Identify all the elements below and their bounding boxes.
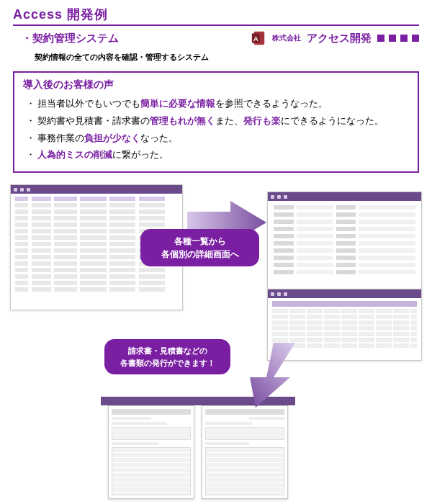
window-chrome	[268, 289, 421, 298]
document-preview-invoice	[108, 405, 194, 499]
brand-prefix: 株式会社	[272, 33, 301, 43]
document-preview-quote	[202, 405, 288, 499]
testimonial-list: 担当者以外でもいつでも簡単に必要な情報を参照できるようなった。 契約書や見積書・…	[23, 96, 409, 164]
access-icon: A	[251, 30, 266, 46]
testimonial-item: 契約書や見積書・請求書の管理もれが無くまた、発行も楽にできるようになった。	[26, 113, 409, 130]
system-name: ・契約管理システム	[22, 32, 119, 45]
page-title: Access 開発例	[13, 6, 108, 23]
testimonial-item: 人為的ミスの削減に繋がった。	[26, 147, 409, 164]
window-chrome	[11, 185, 182, 194]
testimonial-item: 担当者以外でもいつでも簡単に必要な情報を参照できるようなった。	[26, 96, 409, 113]
brand-block: A 株式会社 アクセス開発	[251, 30, 419, 46]
testimonial-heading: 導入後のお客様の声	[23, 78, 409, 91]
testimonial-item: 事務作業の負担が少なくなった。	[26, 130, 409, 148]
decorative-squares	[377, 35, 419, 42]
svg-marker-4	[250, 343, 295, 408]
system-description: 契約情報の全ての内容を確認・管理するシステム	[0, 46, 432, 63]
flow-diagram: 各種一覧から 各個別の詳細画面へ 請求書・見積書などの 各書類の発行ができます！	[7, 184, 425, 501]
brand-name: アクセス開発	[307, 32, 372, 45]
testimonial-box: 導入後のお客様の声 担当者以外でもいつでも簡単に必要な情報を参照できるようなった…	[13, 71, 419, 173]
callout-list-to-detail: 各種一覧から 各個別の詳細画面へ	[140, 229, 259, 266]
detail-window	[267, 192, 422, 292]
callout-issue-docs: 請求書・見積書などの 各書類の発行ができます！	[104, 339, 230, 374]
arrow-down-icon	[234, 343, 299, 408]
window-chrome	[268, 192, 421, 201]
svg-text:A: A	[253, 35, 258, 42]
